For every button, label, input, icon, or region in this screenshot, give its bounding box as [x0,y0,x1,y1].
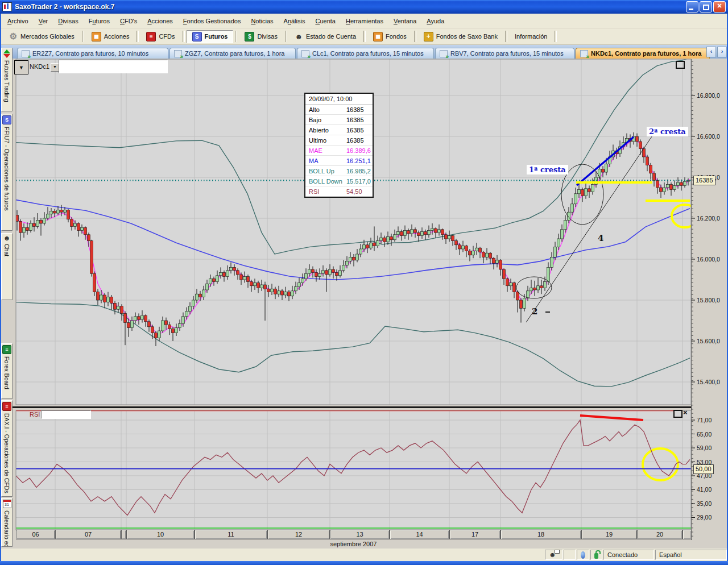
time-axis-cell: 13 [330,530,390,539]
tooltip-row: MA16.251,1 [305,156,373,166]
time-axis-cell: 18 [500,530,581,539]
status-lock-panel [590,550,602,560]
time-axis-cell: 11 [195,530,267,539]
symbol-combo-dropdown-icon[interactable]: ▼ [51,63,59,72]
person-chat-icon [549,551,556,559]
rsi-tick-label: 59,00 [697,444,712,451]
rsi-maximize-icon[interactable] [673,410,682,418]
price-tick-label: 15.400,0 [697,379,720,385]
time-axis-cell [121,530,126,539]
tooltip-row: Bajo16385 [305,115,373,125]
time-axis-cell: 20 [637,530,682,539]
tooltip-row: BOLL Down15.517,0 [305,176,373,186]
annotation-1-cresta: 1ª cresta [527,165,568,175]
ohlc-tooltip: 20/09/07, 10:00 Alto16385Bajo16385Abiert… [304,93,374,198]
tooltip-row: Alto16385 [305,105,373,115]
window-bottom-border [0,561,728,565]
price-tick-label: 16.200,0 [697,215,720,222]
price-tick-label: 15.800,0 [697,297,720,304]
rsi-close-icon[interactable]: × [683,409,688,416]
rsi-panel-label: RSI [30,411,40,418]
annotation-number: 4 [598,233,603,243]
window-left-border [0,14,1,561]
chart-canvas[interactable]: 16.800,016.600,016.400,016.200,016.000,0… [0,0,728,565]
price-tick-label: 15.600,0 [697,338,720,344]
status-conectado: Conectado [603,550,654,560]
current-price-marker: 16385 [693,176,715,185]
time-axis-cell: 17 [449,530,500,539]
annotation-number: 2 [532,306,537,317]
tooltip-row: BOLL Up16.985,2 [305,166,373,176]
annotation-dash [545,311,550,313]
time-axis-cell [682,530,692,539]
saxotrader-window: 16.800,016.600,016.400,016.200,016.000,0… [0,0,728,565]
chart-symbol-label: NKDc1 [30,63,49,70]
rsi-tick-label: 71,00 [697,417,712,423]
price-tick-label: 16.600,0 [697,133,720,140]
status-empty-panel [564,550,576,560]
tooltip-row: MAE16.389,6 [305,146,373,156]
status-globe-panel [577,550,589,560]
rsi-tick-label: 29,00 [697,514,712,521]
price-tick-label: 16.000,0 [697,256,720,263]
annotation-2-cresta: 2ª cresta [647,127,688,136]
symbol-search-input[interactable] [59,60,168,73]
rsi-level-marker: 50,00 [693,464,714,474]
time-axis-cell: 06 [16,530,55,539]
time-axis-cell: 07 [55,530,121,539]
chart-menu-dropdown[interactable]: ▼ [14,60,28,74]
price-tick-label: 16.800,0 [697,92,720,99]
tooltip-timestamp: 20/09/07, 10:00 [305,94,373,105]
time-axis-cell: 19 [581,530,637,539]
rsi-tick-label: 41,00 [697,486,712,493]
lock-icon [594,553,598,559]
rsi-tick-label: 35,00 [697,500,712,507]
status-person-chat-panel [545,550,562,560]
status-espa-ol: Español [655,550,727,560]
chart-maximize-icon[interactable] [676,61,685,69]
time-axis-cell: 10 [126,530,195,539]
tooltip-row: Abierto16385 [305,125,373,135]
time-axis-cell: 12 [267,530,330,539]
status-bar: ConectadoEspañol [0,549,728,561]
tooltip-row: RSI54,50 [305,186,373,197]
rsi-settings-box[interactable] [41,410,91,419]
tooltip-row: Ultimo16385 [305,135,373,146]
time-axis-month: septiembre 2007 [16,539,691,549]
time-axis-cell: 14 [390,530,449,539]
globe-icon [581,551,585,559]
rsi-tick-label: 65,00 [697,431,712,438]
